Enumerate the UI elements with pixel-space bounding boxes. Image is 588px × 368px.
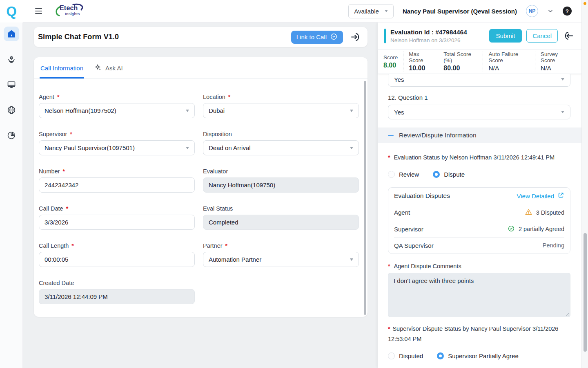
evaluation-id: Evaluation Id : #47984464 bbox=[390, 29, 467, 36]
required-marker: * bbox=[388, 153, 390, 162]
form-body: Agent* Nelson Hoffman(1097502) Location*… bbox=[34, 79, 368, 304]
review-dispute-section-header[interactable]: Review/Dispute Information bbox=[378, 128, 581, 143]
availability-value: Available bbox=[354, 8, 379, 15]
sidebar-item-global[interactable] bbox=[4, 103, 19, 117]
page-scrollbar bbox=[581, 0, 588, 368]
supervisor-select[interactable]: Nancy Paul Supervisor(1097501) bbox=[39, 140, 195, 155]
chevron-down-icon bbox=[561, 111, 564, 113]
dispute-row-qa-supervisor: QA Supervisor Pending bbox=[394, 237, 564, 254]
availability-select[interactable]: Available bbox=[348, 4, 394, 18]
globe-icon bbox=[7, 105, 16, 115]
evaluation-subtitle: Nelson Hoffman on 3/3/2026 bbox=[390, 37, 467, 43]
required-marker: * bbox=[63, 168, 65, 175]
required-marker: * bbox=[225, 242, 227, 249]
tab-ask-ai[interactable]: Ask AI bbox=[93, 57, 124, 79]
hamburger-menu-icon[interactable] bbox=[35, 8, 42, 14]
etech-insights-logo: Etech Insights bbox=[53, 3, 87, 19]
form-scrollbar-thumb[interactable] bbox=[364, 81, 366, 315]
user-menu-chevron-icon[interactable] bbox=[547, 8, 554, 14]
collapse-icon bbox=[388, 135, 394, 136]
avatar[interactable]: NP bbox=[526, 5, 538, 17]
monitor-icon bbox=[7, 80, 16, 90]
agent-select[interactable]: Nelson Hoffman(1097502) bbox=[39, 103, 195, 118]
radio-review[interactable]: Review bbox=[388, 171, 419, 178]
field-agent: Agent* Nelson Hoffman(1097502) bbox=[39, 94, 195, 118]
user-name: Nancy Paul Supervisor (Qeval Session) bbox=[403, 8, 517, 15]
evaluation-header: Evaluation Id : #47984464 Nelson Hoffman… bbox=[378, 22, 581, 49]
call-information-card: Call Information Ask AI Agent* Nelson Ho… bbox=[34, 57, 368, 317]
app-screen: Q bbox=[0, 0, 588, 368]
sidebar-item-home[interactable] bbox=[4, 27, 19, 41]
score-col-autofail: Auto Failure Score N/A bbox=[483, 51, 535, 72]
partner-select[interactable]: Automation Partner bbox=[203, 252, 359, 267]
required-marker: * bbox=[70, 131, 72, 137]
notification-dot bbox=[584, 2, 586, 5]
chevron-down-icon bbox=[385, 10, 388, 12]
tab-call-information[interactable]: Call Information bbox=[40, 57, 84, 79]
score-bar: Score 8.00 Max Score 10.00 Total Score (… bbox=[378, 49, 581, 74]
created-date-input: 3/11/2026 12:44:09 PM bbox=[39, 289, 195, 304]
call-length-input[interactable]: 00:00:05 bbox=[39, 252, 195, 267]
evaluation-status-radios: Review Dispute bbox=[388, 171, 570, 178]
evaluation-status-label: * Evaluation Status by Nelson Hoffman 3/… bbox=[388, 153, 570, 162]
help-icon[interactable]: ? bbox=[563, 7, 572, 16]
check-circle-icon bbox=[508, 225, 515, 233]
field-eval-status: Eval Status Completed bbox=[203, 205, 359, 230]
chevron-down-icon bbox=[186, 147, 189, 149]
chevron-down-icon bbox=[350, 110, 353, 112]
dispute-row-supervisor: Supervisor 2 partially Agreed bbox=[394, 221, 564, 237]
pie-chart-icon bbox=[7, 130, 16, 140]
field-created-date: Created Date 3/11/2026 12:44:09 PM bbox=[39, 280, 195, 304]
collapse-panel-icon[interactable] bbox=[563, 30, 574, 41]
topbar-right: Available Nancy Paul Supervisor (Qeval S… bbox=[348, 4, 572, 18]
user-gear-icon bbox=[7, 54, 16, 64]
dispute-row-agent: Agent 3 Disputed bbox=[394, 204, 564, 221]
number-input[interactable]: 2442342342 bbox=[39, 177, 195, 193]
radio-supervisor-partially-agree[interactable]: Supervisor Partially Agree bbox=[437, 352, 519, 359]
question-12-select[interactable]: Yes bbox=[388, 105, 570, 119]
required-marker: * bbox=[71, 242, 74, 249]
supervisor-dispute-status-label: *Supervisor Dispute Status by Nancy Paul… bbox=[388, 324, 570, 344]
disputes-card-header: Evaluation Disputes View Detailed bbox=[394, 188, 564, 204]
page-scrollbar-thumb[interactable] bbox=[584, 233, 587, 352]
field-evaluator: Evaluator Nancy Hoffman(109750) bbox=[203, 168, 359, 193]
accent-bar bbox=[384, 29, 386, 43]
score-col-survey: Survey Score N/A bbox=[535, 51, 576, 72]
cancel-button[interactable]: Cancel bbox=[526, 29, 558, 43]
call-date-input[interactable]: 3/3/2026 bbox=[39, 215, 195, 230]
sidebar-item-agents[interactable] bbox=[4, 52, 19, 67]
submit-button[interactable]: Submit bbox=[489, 29, 522, 43]
disposition-select[interactable]: Dead on Arrival bbox=[203, 140, 359, 155]
question-11-select[interactable]: Yes bbox=[388, 74, 570, 87]
evaluation-panel: Evaluation Id : #47984464 Nelson Hoffman… bbox=[378, 22, 581, 368]
required-marker: * bbox=[57, 94, 59, 100]
radio-disputed[interactable]: Disputed bbox=[388, 352, 423, 359]
sidebar-item-reports[interactable] bbox=[4, 128, 19, 143]
field-partner: Partner* Automation Partner bbox=[203, 242, 359, 267]
evaluator-input: Nancy Hoffman(109750) bbox=[203, 177, 359, 193]
field-disposition: Disposition Dead on Arrival bbox=[203, 131, 359, 155]
location-select[interactable]: Dubai bbox=[203, 103, 359, 118]
agent-dispute-comments-textarea[interactable]: I don't agree with three points bbox=[388, 273, 570, 317]
chevron-circle-icon bbox=[330, 33, 338, 42]
radio-off-icon bbox=[388, 171, 395, 178]
score-col-score: Score 8.00 bbox=[383, 54, 403, 69]
required-marker: * bbox=[388, 325, 390, 332]
field-call-length: Call Length* 00:00:05 bbox=[39, 242, 195, 267]
sparkle-icon bbox=[94, 63, 102, 73]
sidebar-item-desktop[interactable] bbox=[4, 77, 19, 92]
open-call-arrow-icon[interactable] bbox=[350, 31, 361, 43]
rail-nav bbox=[0, 22, 22, 143]
link-to-call-button[interactable]: Link to Call bbox=[291, 31, 343, 44]
home-icon bbox=[7, 29, 16, 38]
radio-dispute[interactable]: Dispute bbox=[433, 171, 465, 178]
form-title-card: Simple Chat Form V1.0 Link to Call bbox=[34, 27, 368, 47]
chevron-down-icon bbox=[350, 147, 353, 149]
required-marker: * bbox=[228, 94, 230, 100]
score-col-max: Max Score 10.00 bbox=[403, 51, 438, 72]
radio-off-icon bbox=[388, 352, 395, 359]
field-number: Number* 2442342342 bbox=[39, 168, 195, 193]
left-rail: Q bbox=[0, 0, 23, 368]
view-detailed-link[interactable]: View Detailed bbox=[517, 192, 564, 200]
required-marker: * bbox=[388, 263, 390, 269]
